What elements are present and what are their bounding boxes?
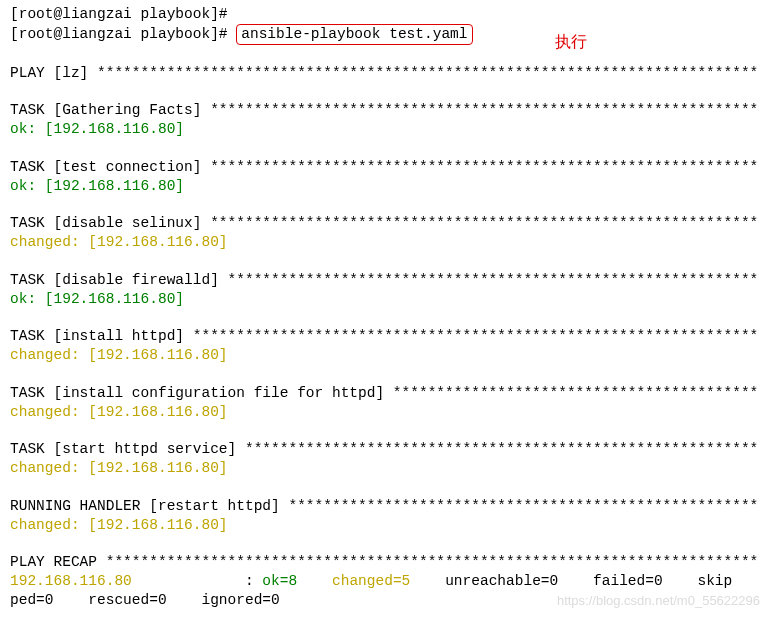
task-header: TASK [start httpd service] *************…: [10, 440, 760, 459]
task-status-ok: ok: [192.168.116.80]: [10, 177, 760, 196]
task-header: TASK [disable firewalld] ***************…: [10, 271, 760, 290]
handler-status: changed: [192.168.116.80]: [10, 516, 760, 535]
play-header: PLAY [lz] ******************************…: [10, 64, 760, 83]
recap-ok: ok=8: [262, 573, 297, 589]
task-status-changed: changed: [192.168.116.80]: [10, 403, 760, 422]
recap-header: PLAY RECAP *****************************…: [10, 553, 760, 572]
task-status-changed: changed: [192.168.116.80]: [10, 233, 760, 252]
task-status-changed: changed: [192.168.116.80]: [10, 459, 760, 478]
recap-changed: changed=5: [332, 573, 410, 589]
blank-line: [10, 82, 760, 101]
task-header: TASK [disable selinux] *****************…: [10, 214, 760, 233]
task-header: TASK [install httpd] *******************…: [10, 327, 760, 346]
prev-prompt: [root@liangzai playbook]#: [10, 6, 228, 22]
task-status-ok: ok: [192.168.116.80]: [10, 290, 760, 309]
command-highlight: ansible-playbook test.yaml: [236, 24, 472, 45]
blank-line: [10, 478, 760, 497]
prev-prompt-line: [root@liangzai playbook]#: [10, 5, 760, 24]
annotation-execute: 执行: [555, 32, 587, 53]
watermark: https://blog.csdn.net/m0_55622296: [557, 593, 760, 610]
task-header: TASK [install configuration file for htt…: [10, 384, 760, 403]
prompt: [root@liangzai playbook]#: [10, 26, 228, 42]
prompt-line: [root@liangzai playbook]# ansible-playbo…: [10, 24, 760, 45]
handler-header: RUNNING HANDLER [restart httpd] ********…: [10, 497, 760, 516]
task-status-changed: changed: [192.168.116.80]: [10, 346, 760, 365]
recap-spacer: :: [132, 573, 263, 589]
blank-line: [10, 45, 760, 64]
blank-line: [10, 365, 760, 384]
blank-line: [10, 252, 760, 271]
blank-line: [10, 422, 760, 441]
task-header: TASK [test connection] *****************…: [10, 158, 760, 177]
blank-line: [10, 195, 760, 214]
recap-line: 192.168.116.80 : ok=8 changed=5 unreacha…: [10, 572, 760, 591]
command: ansible-playbook test.yaml: [241, 26, 467, 42]
recap-host: 192.168.116.80: [10, 573, 132, 589]
blank-line: [10, 139, 760, 158]
blank-line: [10, 309, 760, 328]
task-status-ok: ok: [192.168.116.80]: [10, 120, 760, 139]
recap-rest: unreachable=0 failed=0 skip: [445, 573, 732, 589]
blank-line: [10, 535, 760, 554]
task-header: TASK [Gathering Facts] *****************…: [10, 101, 760, 120]
